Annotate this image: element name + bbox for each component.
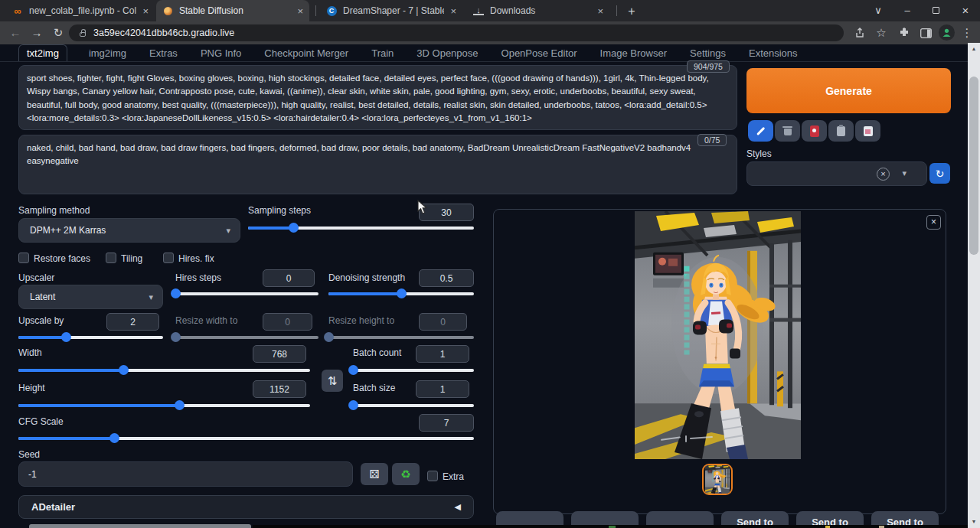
height-slider[interactable]	[18, 400, 310, 410]
forward-icon[interactable]: →	[28, 24, 46, 42]
generated-image[interactable]	[635, 211, 801, 459]
back-icon[interactable]: ←	[6, 24, 24, 42]
tab-settings[interactable]: Settings	[688, 45, 727, 61]
sampling-steps-label: Sampling steps	[248, 205, 311, 216]
tab-checkpoint-merger[interactable]: Checkpoint Merger	[263, 45, 350, 61]
clear-styles-icon[interactable]: ×	[877, 168, 890, 181]
address-bar[interactable]: 3a59ec42041dbb46cb.gradio.live	[69, 24, 844, 41]
tab-close-icon[interactable]: ×	[297, 5, 303, 17]
random-seed-button[interactable]: ⚄	[361, 463, 388, 485]
tab-bar-divider	[0, 61, 968, 62]
new-tab-button[interactable]: +	[623, 3, 640, 20]
tiling-checkbox[interactable]	[106, 253, 116, 263]
window-menu-icon[interactable]: ∨	[867, 0, 890, 21]
share-icon[interactable]	[851, 25, 868, 41]
reuse-seed-button[interactable]: ♻	[392, 463, 420, 485]
tab-extras[interactable]: Extras	[148, 45, 179, 61]
hires-steps-slider[interactable]	[175, 288, 318, 298]
height-value[interactable]: 1152	[253, 380, 306, 398]
styles-dropdown[interactable]: × ▾	[746, 161, 927, 186]
browser-tab-dreamshaper[interactable]: C DreamShaper - 7 | Stable Diffusi ×	[320, 0, 462, 21]
denoising-strength-slider[interactable]	[328, 288, 474, 298]
tab-3d-openpose[interactable]: 3D Openpose	[415, 45, 479, 61]
extra-seed-checkbox[interactable]	[427, 471, 438, 481]
generate-button[interactable]: Generate	[746, 68, 951, 113]
upscale-by-slider[interactable]	[18, 332, 163, 342]
lock-icon	[80, 32, 86, 37]
hires-steps-value[interactable]: 0	[263, 269, 315, 287]
denoising-strength-value[interactable]: 0.5	[419, 269, 474, 287]
apply-style-button[interactable]	[828, 120, 854, 142]
chevron-down-icon[interactable]: ▾	[902, 168, 906, 178]
tab-png-info[interactable]: PNG Info	[199, 45, 243, 61]
browser-tab-strip: ∞ new_colab_file.ipynb - Colaborat × Sta…	[0, 0, 980, 21]
seed-input[interactable]: -1	[18, 461, 353, 487]
save-style-button[interactable]	[855, 120, 880, 142]
gallery-thumbnail[interactable]	[702, 464, 733, 495]
paste-generation-params-button[interactable]	[748, 120, 773, 142]
tab-extensions[interactable]: Extensions	[747, 45, 799, 61]
cfg-scale-slider[interactable]	[18, 433, 474, 443]
close-image-icon[interactable]: ×	[926, 215, 941, 230]
browser-menu-kebab-icon[interactable]: ⋮	[959, 25, 975, 41]
tab-image-browser[interactable]: Image Browser	[599, 45, 668, 61]
prompt-token-counter: 904/975	[687, 60, 730, 73]
negative-prompt-textarea[interactable]: naked, child, bad hand, bad draw, bad dr…	[18, 135, 737, 194]
width-slider[interactable]	[18, 365, 310, 375]
card-icon	[810, 125, 819, 137]
sampling-method-dropdown[interactable]: DPM++ 2M Karras ▾	[18, 218, 240, 243]
hires-fix-checkbox[interactable]	[163, 253, 174, 263]
batch-count-value[interactable]: 1	[416, 345, 469, 363]
cfg-scale-value[interactable]: 7	[419, 414, 474, 432]
upscaler-dropdown[interactable]: Latent ▾	[18, 285, 163, 309]
seed-value: -1	[28, 469, 37, 480]
window-minimize-button[interactable]: –	[896, 0, 919, 21]
tab-close-icon[interactable]: ×	[450, 5, 456, 17]
scrollbar-thumb[interactable]	[969, 77, 978, 255]
browser-tab-colab[interactable]: ∞ new_colab_file.ipynb - Colaborat ×	[6, 0, 155, 21]
page-scrollbar[interactable]: ▲ ▼	[968, 43, 980, 528]
batch-size-value[interactable]: 1	[416, 380, 469, 398]
reload-icon[interactable]: ↻	[49, 24, 67, 42]
tab-train[interactable]: Train	[370, 45, 395, 61]
restore-faces-checkbox[interactable]	[18, 253, 29, 263]
browser-tab-downloads[interactable]: ↓ Downloads ×	[467, 0, 609, 21]
extra-networks-button[interactable]	[802, 120, 827, 142]
tiling-label: Tiling	[121, 253, 142, 264]
extensions-puzzle-icon[interactable]	[896, 25, 913, 41]
save-icon	[864, 126, 873, 136]
tab-close-icon[interactable]: ×	[597, 5, 603, 17]
scroll-up-icon[interactable]: ▲	[968, 46, 980, 51]
window-maximize-button[interactable]	[925, 0, 948, 21]
browser-tab-stable-diffusion[interactable]: Stable Diffusion ×	[156, 0, 309, 21]
refresh-styles-button[interactable]: ↻	[929, 163, 950, 184]
swap-width-height-button[interactable]: ⇅	[322, 370, 343, 392]
extra-seed-label: Extra	[443, 471, 464, 482]
download-icon: ↓	[473, 6, 484, 15]
tab-title: new_colab_file.ipynb - Colaborat	[29, 5, 136, 16]
tab-divider	[315, 5, 316, 16]
chevron-down-icon: ▾	[226, 226, 230, 236]
colab-icon: ∞	[12, 5, 23, 16]
side-panel-icon[interactable]	[917, 25, 934, 41]
stable-diffusion-favicon	[162, 5, 173, 16]
window-close-button[interactable]: ×	[954, 0, 977, 21]
civitai-icon: C	[326, 5, 337, 16]
upscale-by-value[interactable]: 2	[106, 313, 159, 331]
restore-faces-label: Restore faces	[34, 253, 90, 264]
tab-txt2img[interactable]: txt2img	[18, 44, 67, 62]
prompt-textarea[interactable]: sport shoes, fighter, fight, fight Glove…	[18, 65, 737, 130]
batch-size-slider[interactable]	[353, 400, 474, 410]
profile-avatar[interactable]	[939, 24, 955, 41]
upscaler-label: Upscaler	[18, 272, 54, 283]
tab-img2img[interactable]: img2img	[87, 45, 128, 61]
clear-prompt-button[interactable]	[775, 120, 800, 142]
width-value[interactable]: 768	[253, 345, 306, 363]
tab-openpose-editor[interactable]: OpenPose Editor	[500, 45, 579, 61]
tab-close-icon[interactable]: ×	[142, 5, 149, 17]
sampling-steps-slider[interactable]	[248, 223, 474, 233]
adetailer-accordion[interactable]: ADetailer ◀	[18, 495, 474, 519]
batch-count-slider[interactable]	[353, 365, 474, 375]
scroll-down-icon[interactable]: ▼	[968, 519, 980, 524]
bookmark-star-icon[interactable]: ☆	[873, 25, 890, 41]
